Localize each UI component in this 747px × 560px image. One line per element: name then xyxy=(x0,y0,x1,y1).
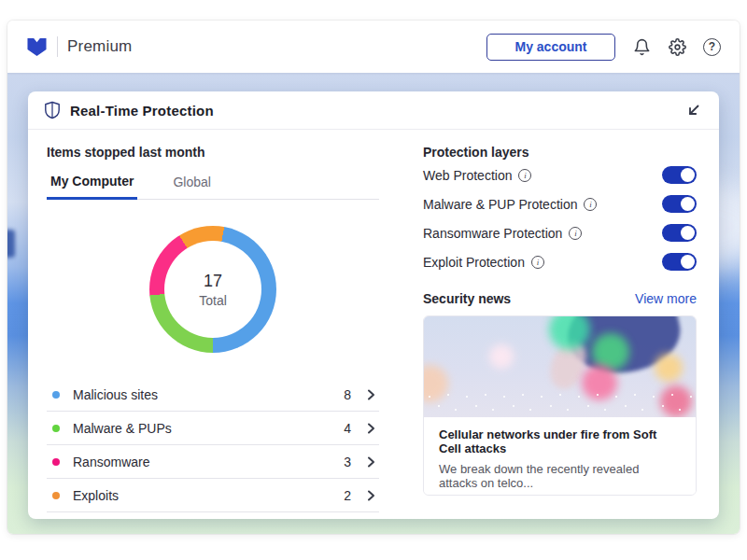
toggle-knob xyxy=(681,197,695,211)
stat-label: Malicious sites xyxy=(73,387,158,402)
stat-row-malicious-sites[interactable]: Malicious sites 8 xyxy=(47,378,379,412)
tab-my-computer[interactable]: My Computer xyxy=(47,174,137,200)
donut-total: 17 xyxy=(204,272,222,291)
stat-row-exploits[interactable]: Exploits 2 xyxy=(47,479,379,512)
stats-tabs: My Computer Global xyxy=(47,174,379,200)
stat-value: 3 xyxy=(344,455,351,469)
bokeh-light xyxy=(655,354,683,382)
collapse-arrow-icon[interactable] xyxy=(684,101,703,119)
panel-header: Real-Time Protection xyxy=(28,91,719,130)
view-more-link[interactable]: View more xyxy=(635,291,697,306)
stats-heading: Items stopped last month xyxy=(47,145,379,160)
layer-row-web-protection: Web Protectioni xyxy=(423,161,697,189)
layer-row-exploit-protection: Exploit Protectioni xyxy=(423,248,697,275)
info-icon[interactable]: i xyxy=(518,169,531,182)
notifications-bell-icon[interactable] xyxy=(632,37,651,56)
news-title: Cellular networks under fire from Soft C… xyxy=(439,427,681,455)
donut-chart: 17 Total xyxy=(149,226,276,353)
layer-row-ransomware-protection: Ransomware Protectioni xyxy=(423,219,697,246)
panel-title: Real-Time Protection xyxy=(70,103,214,119)
layer-label: Malware & PUP Protectioni xyxy=(423,197,597,212)
stat-list: Malicious sites 8 Malware & PUPs 4 xyxy=(47,378,379,512)
malwarebytes-logo-icon xyxy=(26,37,48,57)
layer-row-malware-pup-protection: Malware & PUP Protectioni xyxy=(423,190,697,217)
background-scene: Real-Time Protection Items stopped last … xyxy=(7,73,740,534)
brand: Premium xyxy=(26,36,132,57)
news-header: Security news View more xyxy=(423,291,697,306)
stat-value: 2 xyxy=(344,488,351,503)
tab-global[interactable]: Global xyxy=(169,174,214,199)
chevron-right-icon xyxy=(364,488,379,503)
toggle-knob xyxy=(681,226,695,240)
protection-column: Protection layers Web Protectioni Malwar… xyxy=(379,145,697,512)
stat-label: Malware & PUPs xyxy=(73,421,172,436)
brand-divider xyxy=(57,36,58,57)
protection-heading: Protection layers xyxy=(423,145,697,160)
topbar: Premium My account ? xyxy=(7,21,740,73)
toggle-knob xyxy=(681,255,695,269)
my-account-button[interactable]: My account xyxy=(486,34,615,61)
exploit-protection-toggle[interactable] xyxy=(662,253,697,271)
bokeh-light xyxy=(489,344,514,369)
info-icon[interactable]: i xyxy=(584,198,597,211)
background-mark xyxy=(7,230,15,258)
news-heading: Security news xyxy=(423,291,511,306)
donut-total-label: Total xyxy=(199,293,227,308)
app-window: Premium My account ? Real-Time Protectio… xyxy=(7,21,740,534)
panel-body: Items stopped last month My Computer Glo… xyxy=(28,130,719,512)
stat-row-malware-pups[interactable]: Malware & PUPs 4 xyxy=(47,412,379,445)
stat-label: Exploits xyxy=(73,488,119,503)
web-protection-toggle[interactable] xyxy=(662,166,697,184)
stats-column: Items stopped last month My Computer Glo… xyxy=(47,145,379,512)
stat-value: 4 xyxy=(344,421,351,436)
chevron-right-icon xyxy=(364,455,379,469)
green-dot-icon xyxy=(52,425,60,432)
help-icon[interactable]: ? xyxy=(703,38,721,56)
toggle-knob xyxy=(681,168,695,182)
network-mesh-graphic xyxy=(424,389,696,417)
chevron-right-icon xyxy=(364,421,379,436)
news-card[interactable]: Cellular networks under fire from Soft C… xyxy=(423,315,697,496)
blue-dot-icon xyxy=(52,391,60,399)
stat-value: 8 xyxy=(344,387,351,402)
stat-label: Ransomware xyxy=(73,455,149,469)
layer-label: Web Protectioni xyxy=(423,168,531,183)
news-text: Cellular networks under fire from Soft C… xyxy=(424,417,696,496)
malware-pup-protection-toggle[interactable] xyxy=(662,195,697,213)
chevron-right-icon xyxy=(364,387,379,402)
news-thumbnail xyxy=(424,316,696,417)
layer-label: Exploit Protectioni xyxy=(423,255,544,270)
info-icon[interactable]: i xyxy=(569,227,582,240)
layer-label: Ransomware Protectioni xyxy=(423,226,582,241)
pink-dot-icon xyxy=(52,458,60,466)
orange-dot-icon xyxy=(52,492,60,499)
brand-name: Premium xyxy=(67,37,132,56)
donut-center: 17 Total xyxy=(164,241,261,338)
topbar-actions: My account ? xyxy=(486,34,721,61)
settings-gear-icon[interactable] xyxy=(668,37,686,56)
shield-icon xyxy=(44,101,61,119)
stat-row-ransomware[interactable]: Ransomware 3 xyxy=(47,445,379,479)
news-excerpt: We break down the recently revealed atta… xyxy=(439,462,681,490)
info-icon[interactable]: i xyxy=(531,256,544,269)
real-time-protection-panel: Real-Time Protection Items stopped last … xyxy=(28,91,719,519)
ransomware-protection-toggle[interactable] xyxy=(662,224,697,242)
